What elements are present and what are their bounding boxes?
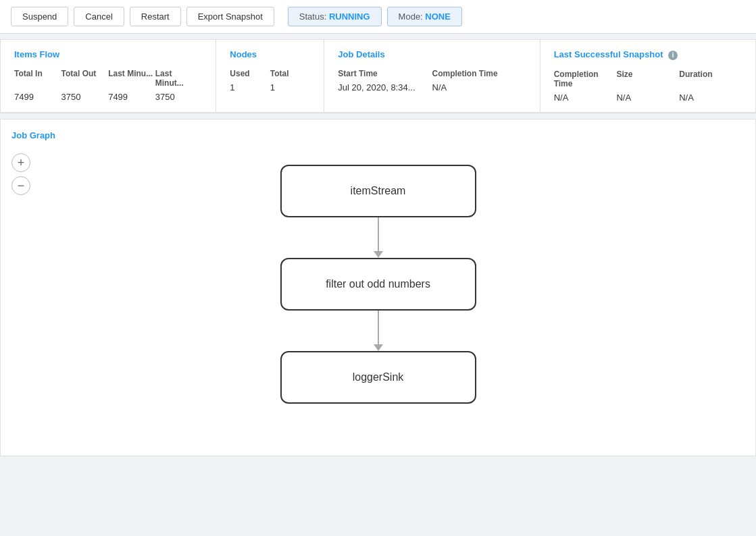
job-graph-title: Job Graph: [11, 130, 745, 140]
status-badge: Status: RUNNING: [288, 7, 382, 26]
node-itemstream[interactable]: itemStream: [280, 165, 476, 217]
arrow-1: [374, 217, 383, 258]
nodes-panel: Nodes Used Total 1 1: [216, 39, 324, 113]
items-flow-panel: Items Flow Total In Total Out Last Minu.…: [0, 39, 216, 113]
job-graph-section: Job Graph + − itemStream filter out odd …: [0, 119, 756, 456]
val-total-out: 3750: [61, 92, 109, 102]
flow-graph: itemStream filter out odd numbers logger…: [11, 151, 745, 417]
stats-row: Items Flow Total In Total Out Last Minu.…: [0, 39, 756, 113]
val-snap-duration: N/A: [679, 92, 742, 103]
val-snap-size: N/A: [616, 92, 679, 103]
arrow-line-1: [378, 217, 379, 251]
job-details-table: Start Time Completion Time Jul 20, 2020,…: [338, 69, 526, 92]
export-snapshot-button[interactable]: Export Snapshot: [186, 7, 274, 26]
job-details-title: Job Details: [338, 49, 526, 59]
arrow-head-2: [374, 344, 383, 351]
val-total: 1: [270, 82, 311, 92]
info-icon[interactable]: i: [668, 51, 678, 60]
restart-button[interactable]: Restart: [130, 7, 181, 26]
col-header-total-in: Total In: [14, 69, 61, 88]
col-header-last-min1: Last Minu...: [108, 69, 155, 88]
status-value: RUNNING: [329, 11, 370, 22]
val-last-min2: 3750: [155, 92, 203, 102]
snapshot-title: Last Successful Snapshot i: [554, 49, 742, 60]
col-header-snap-size: Size: [616, 70, 679, 88]
zoom-controls: + −: [11, 153, 30, 195]
col-header-snap-duration: Duration: [679, 70, 742, 88]
arrow-line-2: [378, 311, 379, 344]
toolbar: Suspend Cancel Restart Export Snapshot S…: [0, 0, 756, 34]
val-completion-time: N/A: [432, 82, 526, 92]
snapshot-table: Completion Time Size Duration N/A N/A N/…: [554, 70, 742, 103]
zoom-out-button[interactable]: −: [11, 176, 30, 195]
col-header-total-out: Total Out: [61, 69, 109, 88]
col-header-total: Total: [270, 69, 311, 78]
zoom-in-button[interactable]: +: [11, 153, 30, 172]
col-header-start-time: Start Time: [338, 69, 432, 78]
val-snap-completion: N/A: [554, 92, 617, 103]
mode-value: NONE: [425, 11, 451, 22]
items-flow-title: Items Flow: [14, 49, 202, 59]
val-total-in: 7499: [14, 92, 61, 102]
col-header-last-min2: Last Minut...: [155, 69, 203, 88]
val-last-min1: 7499: [108, 92, 155, 102]
col-header-snap-completion: Completion Time: [554, 70, 617, 88]
nodes-title: Nodes: [230, 49, 310, 59]
snapshot-panel: Last Successful Snapshot i Completion Ti…: [540, 39, 756, 113]
mode-badge: Mode: NONE: [387, 7, 462, 26]
arrow-head-1: [374, 251, 383, 258]
job-details-panel: Job Details Start Time Completion Time J…: [324, 39, 540, 113]
cancel-button[interactable]: Cancel: [74, 7, 124, 26]
node-filter[interactable]: filter out odd numbers: [280, 258, 476, 311]
mode-label: Mode:: [399, 11, 423, 22]
val-used: 1: [230, 82, 270, 92]
arrow-2: [374, 311, 383, 351]
nodes-table: Used Total 1 1: [230, 69, 310, 92]
col-header-completion-time: Completion Time: [432, 69, 526, 78]
col-header-used: Used: [230, 69, 270, 78]
node-loggersink[interactable]: loggerSink: [280, 351, 476, 404]
status-label: Status:: [299, 11, 326, 22]
suspend-button[interactable]: Suspend: [11, 7, 68, 26]
items-flow-table: Total In Total Out Last Minu... Last Min…: [14, 69, 202, 102]
val-start-time: Jul 20, 2020, 8:34...: [338, 82, 432, 92]
